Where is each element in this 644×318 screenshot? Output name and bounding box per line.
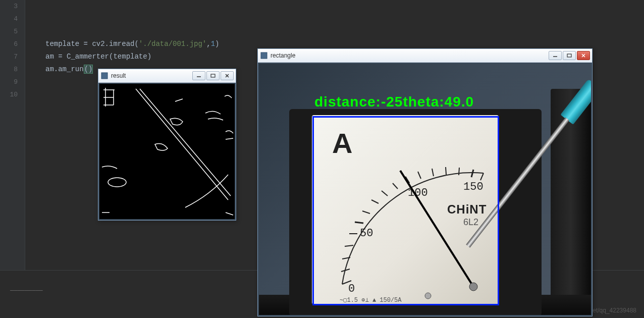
code-number: 1 [211, 40, 215, 48]
minimize-button[interactable] [549, 51, 562, 60]
maximize-button[interactable] [563, 51, 576, 60]
result-image [99, 84, 235, 219]
window-titlebar[interactable]: rectangle [258, 49, 592, 63]
close-button[interactable] [221, 71, 234, 80]
rectangle-window[interactable]: rectangle [257, 48, 593, 316]
code-text: template = cv2.imread( [45, 40, 139, 48]
line-number: 3 [0, 0, 25, 13]
result-window[interactable]: result [98, 69, 236, 221]
line-number: 4 [0, 13, 25, 25]
window-controls [549, 51, 590, 60]
line-gutter: 3 4 5 6 7 8 9 10 [0, 0, 25, 270]
svg-rect-8 [567, 54, 571, 57]
camera-image: A 0 50 100 150 CHiNT 6L2 ~▢1.5 ⊕⊥ ▲ 150/… [259, 64, 591, 315]
code-line-3 [45, 0, 644, 13]
code-line-4 [45, 13, 644, 25]
line-number: 7 [0, 50, 25, 63]
app-icon [260, 51, 268, 60]
line-number: 10 [0, 88, 25, 101]
code-paren-highlight: () [84, 65, 93, 74]
detection-rectangle [312, 116, 499, 305]
code-text: , [206, 40, 210, 48]
code-text: ) [215, 40, 219, 48]
svg-point-5 [108, 178, 126, 187]
minimize-button[interactable] [192, 71, 205, 80]
overlay-readout: distance:-25theta:49.0 [314, 94, 474, 110]
window-controls [192, 71, 234, 80]
close-button[interactable] [577, 51, 590, 60]
window-content: A 0 50 100 150 CHiNT 6L2 ~▢1.5 ⊕⊥ ▲ 150/… [258, 63, 592, 316]
window-title: rectangle [271, 52, 549, 59]
code-line-5 [45, 25, 644, 38]
svg-rect-0 [101, 73, 108, 79]
window-titlebar[interactable]: result [98, 69, 236, 83]
line-number: 6 [0, 38, 25, 50]
code-string: './data/001.jpg' [139, 40, 206, 48]
line-number: 5 [0, 25, 25, 38]
maximize-button[interactable] [206, 71, 220, 80]
line-number: 9 [0, 76, 25, 88]
svg-rect-6 [261, 52, 267, 59]
code-text: am.am_run [45, 65, 84, 73]
edge-detection-svg [99, 84, 235, 219]
code-text: am = C_ammerter(template) [45, 52, 151, 61]
line-number: 8 [0, 63, 25, 76]
window-title: result [111, 72, 192, 79]
window-content [98, 83, 236, 220]
app-icon [100, 72, 109, 80]
svg-rect-2 [211, 74, 215, 77]
